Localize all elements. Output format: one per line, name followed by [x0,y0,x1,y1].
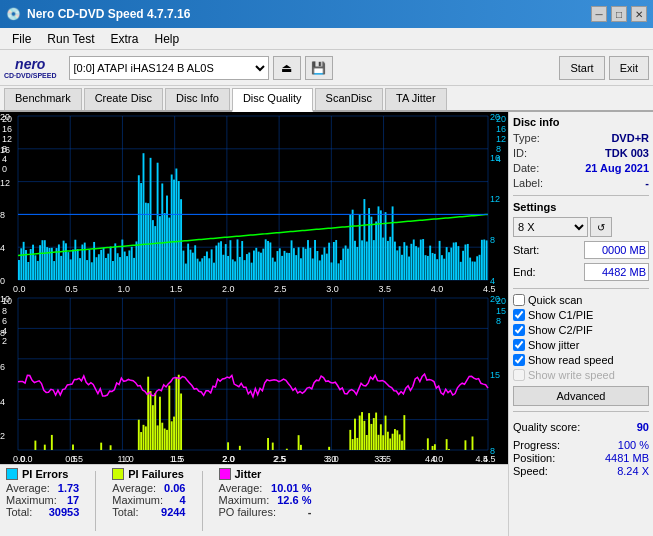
start-button[interactable]: Start [559,56,604,80]
menu-run-test[interactable]: Run Test [39,30,102,48]
pi-failures-total: Total: 9244 [112,506,185,518]
show-jitter-row: Show jitter [513,339,649,351]
disc-type-label: Type: [513,132,540,144]
jitter-color [219,468,231,480]
pi-errors-max: Maximum: 17 [6,494,79,506]
disc-id-value: TDK 003 [605,147,649,159]
pi-failures-header: PI Failures [112,468,185,480]
disc-date-label: Date: [513,162,539,174]
disc-id-label: ID: [513,147,527,159]
show-c1-pie-row: Show C1/PIE [513,309,649,321]
app-title: Nero CD-DVD Speed 4.7.7.16 [27,7,190,21]
toolbar: nero CD·DVD/SPEED [0:0] ATAPI iHAS124 B … [0,50,653,86]
stat-sep-2 [202,471,203,531]
show-c2pif-checkbox[interactable] [513,324,525,336]
start-label: Start: [513,244,539,256]
speed-row: Speed: 8.24 X [513,465,649,477]
pi-failures-label: PI Failures [128,468,184,480]
pi-errors-avg: Average: 1.73 [6,482,79,494]
jitter-max: Maximum: 12.6 % [219,494,312,506]
pi-failures-avg: Average: 0.06 [112,482,185,494]
minimize-button[interactable]: ─ [591,6,607,22]
show-jitter-label: Show jitter [528,339,579,351]
show-write-speed-checkbox [513,369,525,381]
disc-label-row: Label: - [513,177,649,189]
divider-3 [513,411,649,412]
title-bar-controls: ─ □ ✕ [591,6,647,22]
quality-score-label: Quality score: [513,421,580,433]
pi-failures-max: Maximum: 4 [112,494,185,506]
show-c1pie-checkbox[interactable] [513,309,525,321]
menu-extra[interactable]: Extra [102,30,146,48]
advanced-button[interactable]: Advanced [513,386,649,406]
drive-select[interactable]: [0:0] ATAPI iHAS124 B AL0S [69,56,269,80]
stats-bar: PI Errors Average: 1.73 Maximum: 17 Tota… [0,464,508,536]
top-chart-canvas [0,112,508,294]
main-content: 20 16 12 8 4 0 20 16 12 8 4 10 8 6 4 [0,112,653,536]
speed-label: Speed: [513,465,548,477]
disc-type-value: DVD+R [611,132,649,144]
progress-value: 100 % [618,439,649,451]
show-c2pif-label: Show C2/PIF [528,324,593,336]
chart-area: 20 16 12 8 4 0 20 16 12 8 4 10 8 6 4 [0,112,508,536]
jitter-po: PO failures: - [219,506,312,518]
close-button[interactable]: ✕ [631,6,647,22]
jitter-stat: Jitter Average: 10.01 % Maximum: 12.6 % … [219,468,312,518]
disc-info-title: Disc info [513,116,649,128]
disc-id-row: ID: TDK 003 [513,147,649,159]
app-icon: 💿 [6,7,21,21]
pi-errors-total: Total: 30953 [6,506,79,518]
divider-1 [513,195,649,196]
position-label: Position: [513,452,555,464]
progress-section: Progress: 100 % Position: 4481 MB Speed:… [513,439,649,478]
show-read-speed-label: Show read speed [528,354,614,366]
position-value: 4481 MB [605,452,649,464]
quick-scan-checkbox[interactable] [513,294,525,306]
eject-button[interactable]: ⏏ [273,56,301,80]
menu-help[interactable]: Help [147,30,188,48]
tab-scandisc[interactable]: ScanDisc [315,88,383,110]
start-input[interactable] [584,241,649,259]
settings-title: Settings [513,201,649,213]
jitter-avg: Average: 10.01 % [219,482,312,494]
progress-row: Progress: 100 % [513,439,649,451]
disc-date-row: Date: 21 Aug 2021 [513,162,649,174]
logo-sub: CD·DVD/SPEED [4,72,57,79]
show-write-speed-label: Show write speed [528,369,615,381]
quality-score-row: Quality score: 90 [513,421,649,433]
jitter-label: Jitter [235,468,262,480]
tab-benchmark[interactable]: Benchmark [4,88,82,110]
tab-disc-info[interactable]: Disc Info [165,88,230,110]
maximize-button[interactable]: □ [611,6,627,22]
stat-sep-1 [95,471,96,531]
bottom-chart: 10 8 6 4 2 20 15 8 0.0 0.5 1.0 1.5 2.0 2… [0,294,508,464]
start-field-row: Start: [513,241,649,259]
show-c2-pif-row: Show C2/PIF [513,324,649,336]
disc-label-label: Label: [513,177,543,189]
end-field-row: End: [513,263,649,281]
show-c1pie-label: Show C1/PIE [528,309,593,321]
menu-file[interactable]: File [4,30,39,48]
speed-row: 8 X ↺ [513,217,649,237]
settings-refresh-button[interactable]: ↺ [590,217,612,237]
tab-create-disc[interactable]: Create Disc [84,88,163,110]
position-row: Position: 4481 MB [513,452,649,464]
title-bar: 💿 Nero CD-DVD Speed 4.7.7.16 ─ □ ✕ [0,0,653,28]
pi-failures-stat: PI Failures Average: 0.06 Maximum: 4 Tot… [112,468,185,518]
pi-failures-color [112,468,124,480]
tab-disc-quality[interactable]: Disc Quality [232,88,313,112]
show-jitter-checkbox[interactable] [513,339,525,351]
pi-errors-color [6,468,18,480]
right-panel: Disc info Type: DVD+R ID: TDK 003 Date: … [508,112,653,536]
app-logo: nero CD·DVD/SPEED [4,56,57,79]
divider-2 [513,288,649,289]
speed-select[interactable]: 8 X [513,217,588,237]
save-button[interactable]: 💾 [305,56,333,80]
logo-nero: nero [15,56,45,72]
tab-ta-jitter[interactable]: TA Jitter [385,88,447,110]
quick-scan-row: Quick scan [513,294,649,306]
show-read-speed-checkbox[interactable] [513,354,525,366]
exit-button[interactable]: Exit [609,56,649,80]
end-input[interactable] [584,263,649,281]
title-bar-title: 💿 Nero CD-DVD Speed 4.7.7.16 [6,7,190,21]
